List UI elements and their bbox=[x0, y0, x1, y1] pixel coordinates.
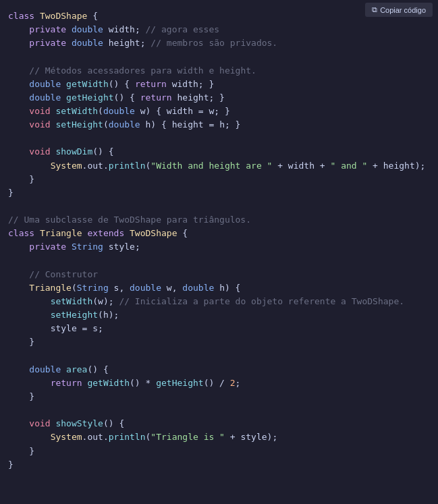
copy-code-button[interactable]: ⧉ Copiar código bbox=[365, 3, 433, 17]
code-block: ⧉ Copiar código class TwoDShape { privat… bbox=[0, 0, 438, 477]
code-content: class TwoDShape { private double width; … bbox=[8, 5, 430, 472]
copy-icon: ⧉ bbox=[372, 5, 377, 14]
copy-label: Copiar código bbox=[380, 6, 426, 14]
